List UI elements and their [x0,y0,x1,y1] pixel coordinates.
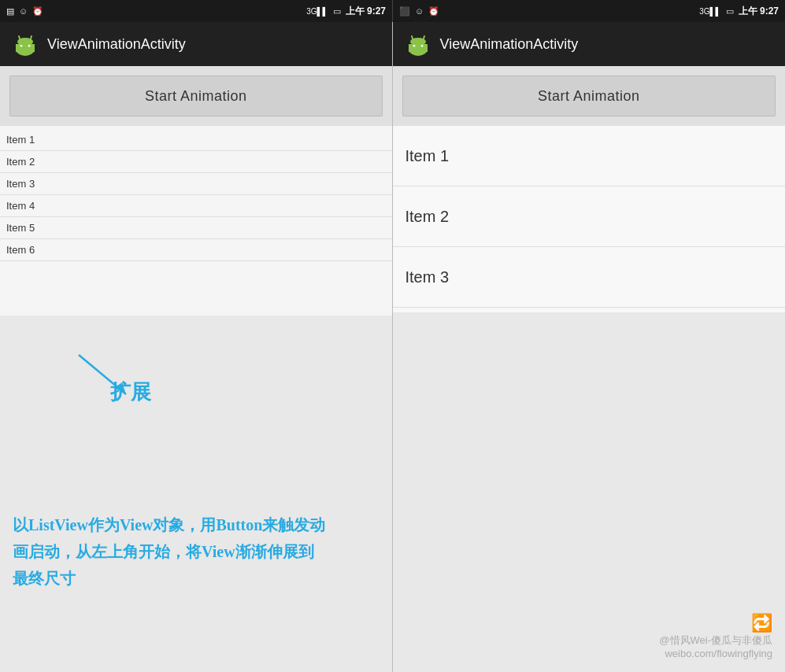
alarm-icon: ⏰ [32,6,43,17]
time-right: 上午 9:27 [739,5,779,18]
app-title-left: ViewAnimationActivity [47,36,186,53]
list-item-label: Item 1 [405,147,450,165]
svg-point-11 [410,38,426,46]
list-item[interactable]: Item 2 [0,151,392,173]
start-animation-button-left[interactable]: Start Animation [9,76,383,116]
annotation-area-left: 扩展 [0,316,392,499]
list-item-label: Item 3 [6,178,35,190]
expand-label: 扩展 [110,378,151,406]
app-bar-right: ViewAnimationActivity [393,22,786,66]
time-left: 上午 9:27 [346,5,386,18]
start-animation-button-right[interactable]: Start Animation [402,76,776,116]
weibo-icon: 🔁 [751,613,772,633]
left-panel: ViewAnimationActivity Start Animation It… [0,22,393,672]
bottom-right-area [393,312,786,499]
list-area-right: Item 1 Item 2 Item 3 Item 4 Item 5 Item … [393,126,786,312]
status-bar-right: ⬛ ☺ ⏰ 3G▌▌ ▭ 上午 9:27 [393,0,785,22]
battery-icon-right: ▭ [726,6,734,17]
watermark-text-block: @惜风Wei-傻瓜与非傻瓜 weibo.com/flowingflying [659,633,772,659]
right-panel: ViewAnimationActivity Start Animation It… [393,22,786,672]
left-status-icons: ▤ ☺ ⏰ [6,6,43,17]
list-item[interactable]: Item 1 [393,126,786,186]
list-item[interactable]: Item 1 [0,129,392,151]
smiley-icon-right: ☺ [415,6,424,16]
list-item-label: Item 2 [6,156,35,168]
signal-icon-right: 3G▌▌ [699,7,721,16]
list-item-label: Item 6 [6,244,35,256]
bottom-text-content: 以ListView作为View对象，用Button来触发动 画启动，从左上角开始… [13,511,380,592]
list-item[interactable]: Item 3 [393,247,786,308]
list-item[interactable]: Item 6 [0,239,392,261]
bottom-line-3: 最终尺寸 [13,565,380,592]
weibo-url: weibo.com/flowingflying [659,648,772,659]
smiley-icon: ☺ [19,6,28,16]
app-bar-left: ViewAnimationActivity [0,22,392,66]
right-status-icons-right: 3G▌▌ ▭ 上午 9:27 [699,5,779,18]
wifi-icon: ▤ [6,6,14,17]
button-area-right: Start Animation [393,66,786,126]
signal-icon-left: 3G▌▌ [306,7,328,16]
app-title-right: ViewAnimationActivity [440,36,579,53]
button-area-left: Start Animation [0,66,392,126]
android-logo-left [13,31,38,57]
list-item[interactable]: Item 2 [393,186,786,247]
panels-container: ViewAnimationActivity Start Animation It… [0,22,785,672]
battery-icon-left: ▭ [333,6,341,17]
status-bar: ▤ ☺ ⏰ 3G▌▌ ▭ 上午 9:27 ⬛ ☺ ⏰ 3G▌▌ ▭ 上午 9:2… [0,0,785,22]
right-status-icons-left: 3G▌▌ ▭ 上午 9:27 [306,5,386,18]
list-item-label: Item 2 [405,208,450,226]
list-item-label: Item 4 [6,200,35,212]
list-item-label: Item 3 [405,268,450,286]
watermark-area: 🔁 @惜风Wei-傻瓜与非傻瓜 weibo.com/flowingflying [393,499,786,672]
status-bar-left: ▤ ☺ ⏰ 3G▌▌ ▭ 上午 9:27 [0,0,392,22]
bottom-line-1: 以ListView作为View对象，用Button来触发动 [13,511,380,538]
list-item-label: Item 1 [6,134,35,146]
android-logo-right [405,31,431,57]
usb-icon: ⬛ [399,6,410,17]
bottom-text-left: 以ListView作为View对象，用Button来触发动 画启动，从左上角开始… [0,499,392,672]
list-item[interactable]: Item 5 [0,217,392,239]
list-item-label: Item 5 [6,222,35,234]
weibo-handle: @惜风Wei-傻瓜与非傻瓜 [659,633,772,648]
watermark-row: 🔁 [751,613,772,633]
bottom-line-2: 画启动，从左上角开始，将View渐渐伸展到 [13,538,380,565]
list-area-left: Item 1 Item 2 Item 3 Item 4 Item 5 Item … [0,126,392,316]
list-item[interactable]: Item 4 [0,195,392,217]
list-item[interactable]: Item 3 [0,173,392,195]
svg-point-4 [17,38,33,46]
clock-icon: ⏰ [428,6,439,17]
right-panel-left-icons: ⬛ ☺ ⏰ [399,6,439,17]
